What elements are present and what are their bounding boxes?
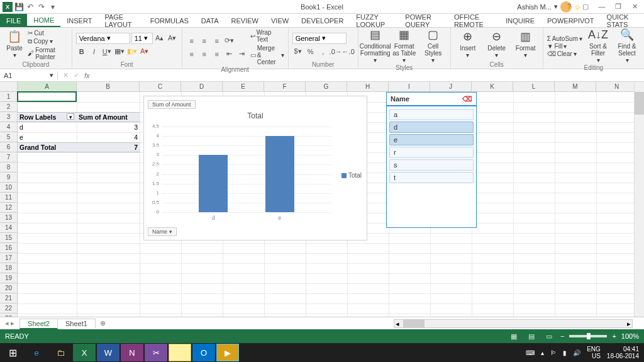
taskbar-explorer-icon[interactable]: 🗀 [49, 344, 72, 361]
cut-button[interactable]: ✂Cut [28, 30, 68, 37]
decrease-font-icon[interactable]: A▾ [167, 33, 178, 44]
worksheet-grid[interactable]: ABCDEFGHIJKLMN 1234567891011121314151617… [0, 82, 644, 317]
column-header[interactable]: A [18, 82, 77, 92]
maximize-icon[interactable]: ❐ [611, 3, 625, 11]
filter-icon[interactable]: ▾ [67, 113, 74, 120]
column-header[interactable]: E [223, 82, 264, 92]
underline-button[interactable]: U▾ [101, 46, 113, 57]
align-top-icon[interactable]: ≡ [186, 35, 197, 47]
row-header[interactable]: 20 [0, 283, 17, 293]
normal-view-icon[interactable]: ▦ [508, 332, 520, 341]
column-header[interactable]: B [77, 82, 140, 92]
clear-button[interactable]: ⌫Clear▾ [547, 50, 582, 57]
row-header[interactable]: 7 [0, 152, 17, 162]
row-header[interactable]: 15 [0, 233, 17, 243]
copy-button[interactable]: ⧉Copy▾ [28, 38, 68, 45]
row-header[interactable]: 10 [0, 183, 17, 193]
taskbar-snip-icon[interactable]: ✂ [145, 344, 167, 361]
chart-filter-button[interactable]: Name ▾ [148, 227, 177, 236]
tray-clock[interactable]: 04:4118-06-2014 [607, 346, 639, 359]
taskbar-excel-icon[interactable]: X [73, 344, 96, 361]
undo-icon[interactable]: ↶ [25, 2, 35, 12]
tray-up-icon[interactable]: ▴ [541, 349, 544, 356]
column-header[interactable]: D [181, 82, 223, 92]
column-header[interactable]: K [472, 82, 513, 92]
align-center-icon[interactable]: ≡ [199, 48, 210, 60]
tab-formulas[interactable]: FORMULAS [144, 14, 195, 27]
row-header[interactable]: 5 [0, 132, 17, 142]
row-header[interactable]: 22 [0, 303, 17, 314]
font-name-input[interactable]: Verdana ▾ [76, 33, 130, 44]
fx-icon[interactable]: fx [84, 72, 90, 79]
tray-volume-icon[interactable]: 🔊 [573, 349, 580, 356]
delete-button[interactable]: ⊖Delete▾ [484, 31, 510, 59]
enter-formula-icon[interactable]: ✓ [74, 71, 79, 79]
tab-inquire[interactable]: INQUIRE [499, 14, 541, 27]
slicer-item[interactable]: t [389, 172, 474, 183]
bold-button[interactable]: B [76, 46, 87, 57]
tab-home[interactable]: HOME [27, 14, 60, 27]
conditional-formatting-button[interactable]: ▤Conditional Formatting▾ [362, 29, 389, 64]
increase-decimal-icon[interactable]: .0→ [330, 46, 341, 57]
format-button[interactable]: ▥Format▾ [513, 31, 539, 59]
column-header[interactable]: L [513, 82, 555, 92]
format-painter-button[interactable]: 🖌Format Painter [28, 47, 68, 60]
indent-dec-icon[interactable]: ⇤ [224, 48, 235, 60]
column-header[interactable]: H [347, 82, 389, 92]
help-icon[interactable]: ? [562, 3, 576, 11]
taskbar-outlook-icon[interactable]: O [192, 344, 215, 361]
slicer-name[interactable]: Name ⌫ aderst [386, 92, 477, 228]
slicer-item[interactable]: a [389, 109, 474, 120]
scrollbar-thumb[interactable] [403, 320, 425, 327]
start-button[interactable]: ⊞ [1, 344, 24, 361]
row-header[interactable]: 2 [0, 102, 17, 112]
row-header[interactable]: 12 [0, 203, 17, 213]
column-header[interactable]: J [430, 82, 472, 92]
taskbar-onenote-icon[interactable]: N [121, 344, 143, 361]
paste-button[interactable]: 📋Paste▾ [4, 31, 25, 59]
redo-icon[interactable]: ↷ [36, 2, 47, 12]
percent-icon[interactable]: % [305, 46, 316, 57]
column-header[interactable]: G [306, 82, 347, 92]
tab-page-layout[interactable]: PAGE LAYOUT [98, 14, 143, 27]
slicer-item[interactable]: e [389, 134, 474, 145]
slicer-item[interactable]: s [389, 159, 474, 171]
add-sheet-button[interactable]: ⊕ [95, 319, 111, 327]
row-header[interactable]: 4 [0, 122, 17, 132]
orientation-icon[interactable]: ⟳▾ [224, 35, 235, 47]
border-button[interactable]: ▦▾ [114, 46, 125, 57]
taskbar-ie-icon[interactable]: e [25, 344, 48, 361]
taskbar-sticky-icon[interactable] [169, 344, 191, 361]
save-icon[interactable]: 💾 [14, 2, 24, 12]
tab-fuzzy-lookup[interactable]: Fuzzy Lookup [350, 14, 399, 27]
tray-keyboard-icon[interactable]: ⌨ [526, 349, 535, 356]
chart-series-button[interactable]: Sum of Amount [148, 100, 196, 109]
decrease-decimal-icon[interactable]: ←.0 [343, 46, 354, 57]
row-header[interactable]: 1 [0, 92, 17, 102]
italic-button[interactable]: I [89, 46, 100, 57]
zoom-slider[interactable] [569, 335, 607, 337]
indent-inc-icon[interactable]: ⇥ [236, 48, 248, 60]
row-header[interactable]: 3 [0, 112, 17, 122]
sheet-tab[interactable]: Sheet2 [19, 319, 58, 329]
select-all-corner[interactable] [0, 82, 18, 92]
align-right-icon[interactable]: ≡ [211, 48, 223, 60]
tab-power-query[interactable]: POWER QUERY [399, 14, 448, 27]
row-header[interactable]: 6 [0, 142, 17, 152]
slicer-item[interactable]: d [389, 122, 474, 133]
tab-developer[interactable]: DEVELOPER [295, 14, 350, 27]
zoom-level[interactable]: 100% [621, 332, 639, 340]
tab-file[interactable]: FILE [0, 14, 27, 27]
page-layout-view-icon[interactable]: ▤ [525, 332, 538, 341]
tab-view[interactable]: VIEW [265, 14, 295, 27]
zoom-in-icon[interactable]: + [612, 332, 616, 340]
row-header[interactable]: 18 [0, 263, 17, 273]
horizontal-scrollbar[interactable]: ◂▸ [394, 319, 633, 328]
row-header[interactable]: 8 [0, 162, 17, 173]
autosum-button[interactable]: ΣAutoSum▾ [547, 35, 582, 42]
tab-data[interactable]: DATA [195, 14, 225, 27]
number-format-select[interactable]: General ▾ [292, 33, 347, 44]
tab-office-remote[interactable]: OFFICE REMOTE [448, 14, 499, 27]
pivot-chart[interactable]: Sum of Amount Total Total 00.511.522.533… [143, 96, 367, 240]
taskbar-app-icon[interactable]: ▶ [216, 344, 239, 361]
